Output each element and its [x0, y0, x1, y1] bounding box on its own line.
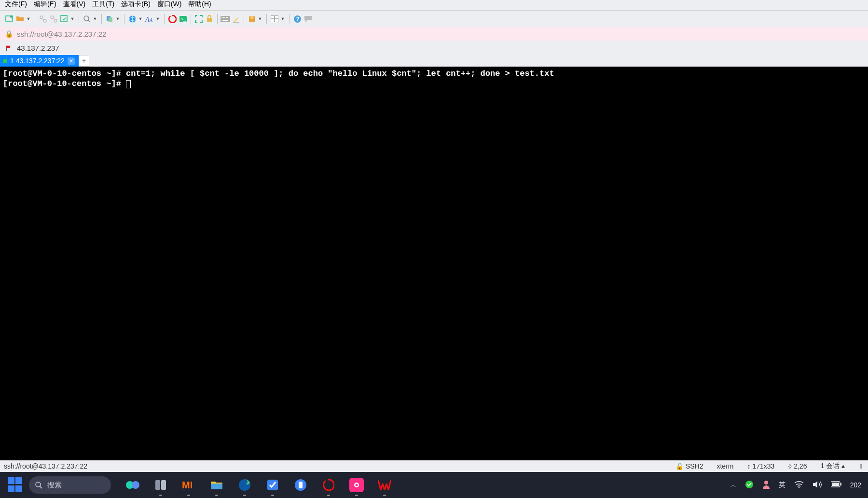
globe-dropdown[interactable]: ▼: [138, 16, 143, 21]
status-protocol: 🔒SSH2: [675, 462, 703, 470]
layout-dropdown[interactable]: ▼: [280, 16, 285, 21]
menu-edit[interactable]: 编辑(E): [34, 0, 56, 9]
toolbar-separator: [244, 14, 244, 24]
status-upload-icon[interactable]: ⬆: [858, 462, 864, 470]
menu-tools[interactable]: 工具(T): [92, 0, 114, 9]
terminal-green-icon[interactable]: >_: [178, 14, 188, 24]
new-session-icon[interactable]: [5, 14, 14, 24]
font-icon[interactable]: AA: [145, 14, 154, 24]
connection-bar: 43.137.2.237: [0, 41, 868, 55]
search-icon: [35, 481, 42, 489]
search-icon[interactable]: [82, 14, 92, 24]
taskbar-edge-icon[interactable]: [237, 478, 252, 492]
svg-point-7: [54, 19, 57, 22]
taskbar-search[interactable]: 搜索: [29, 476, 111, 494]
copy-icon[interactable]: [105, 14, 114, 24]
search-dropdown[interactable]: ▼: [93, 16, 97, 21]
toolbar-separator: [35, 14, 35, 24]
tray-overflow-icon[interactable]: ︿: [730, 481, 736, 489]
open-folder-dropdown[interactable]: ▼: [26, 16, 31, 21]
menu-file[interactable]: 文件(F): [5, 0, 27, 9]
bookmark-icon[interactable]: [247, 14, 257, 24]
status-address: ssh://root@43.137.2.237:22: [4, 462, 675, 470]
reconnect-all-icon[interactable]: [59, 14, 69, 24]
menu-bar: 文件(F) 编辑(E) 查看(V) 工具(T) 选项卡(B) 窗口(W) 帮助(…: [0, 0, 868, 11]
tray-user-icon[interactable]: [762, 480, 770, 490]
taskbar-widget-icon[interactable]: [125, 478, 140, 492]
tray-ime[interactable]: 英: [779, 481, 785, 489]
new-tab-button[interactable]: ＋: [79, 55, 89, 67]
svg-text:?: ?: [296, 16, 299, 23]
svg-rect-22: [221, 17, 222, 18]
taskbar-wps-icon[interactable]: [377, 478, 392, 492]
connection-host[interactable]: 43.137.2.237: [17, 44, 59, 52]
menu-help[interactable]: 帮助(H): [188, 0, 211, 9]
toolbar: ▼ ▼ ▼ ▼ ▼ AA ▼ >_: [0, 11, 868, 27]
svg-rect-20: [207, 18, 212, 22]
menu-window[interactable]: 窗口(W): [157, 0, 182, 9]
svg-rect-12: [109, 17, 112, 22]
session-tab[interactable]: 1 43.137.2.237:22 ✕: [0, 55, 79, 67]
font-dropdown[interactable]: ▼: [155, 16, 160, 21]
terminal[interactable]: [root@VM-0-10-centos ~]# cnt=1; while [ …: [0, 67, 868, 460]
spiral-red-icon[interactable]: [167, 14, 177, 24]
svg-rect-43: [161, 480, 166, 490]
open-folder-icon[interactable]: [15, 14, 25, 24]
tray-security-icon[interactable]: [745, 480, 754, 490]
svg-rect-27: [222, 20, 228, 21]
menu-tabs[interactable]: 选项卡(B): [121, 0, 151, 9]
reconnect-icon[interactable]: [38, 14, 48, 24]
keyboard-icon[interactable]: [220, 14, 230, 24]
taskbar-phone-icon[interactable]: [293, 478, 308, 492]
tray-wifi-icon[interactable]: [794, 481, 804, 490]
svg-point-53: [764, 481, 768, 484]
svg-line-5: [42, 18, 44, 20]
toolbar-separator: [266, 14, 267, 24]
taskbar-todo-icon[interactable]: [265, 478, 280, 492]
taskbar-apps: MI: [125, 478, 392, 492]
fullscreen-icon[interactable]: [194, 14, 204, 24]
tab-close-button[interactable]: ✕: [68, 57, 75, 65]
globe-icon[interactable]: [127, 14, 137, 24]
svg-line-10: [88, 20, 90, 22]
tab-label: 1 43.137.2.237:22: [10, 57, 65, 65]
taskbar-xshell-icon[interactable]: [321, 478, 336, 492]
copy-dropdown[interactable]: ▼: [115, 16, 120, 21]
layout-icon[interactable]: [270, 14, 279, 24]
taskbar-task-view-icon[interactable]: [153, 478, 168, 492]
svg-rect-56: [832, 483, 839, 486]
status-term-type: xterm: [716, 462, 733, 470]
system-tray: ︿ 英 202: [730, 480, 868, 490]
taskbar-capture-icon[interactable]: [349, 478, 364, 492]
chat-icon[interactable]: [303, 14, 313, 24]
svg-rect-25: [226, 17, 227, 18]
start-button[interactable]: [8, 477, 23, 493]
svg-rect-26: [227, 17, 228, 18]
reconnect-dropdown[interactable]: ▼: [70, 16, 75, 21]
toolbar-separator: [79, 14, 79, 24]
svg-text:>_: >_: [181, 17, 186, 22]
bookmark-dropdown[interactable]: ▼: [258, 16, 262, 21]
taskbar-mi-icon[interactable]: MI: [181, 478, 196, 492]
taskbar-explorer-icon[interactable]: [209, 478, 224, 492]
svg-rect-8: [61, 15, 67, 22]
toolbar-separator: [101, 14, 102, 24]
svg-text:A: A: [149, 17, 153, 23]
help-icon[interactable]: ?: [292, 14, 302, 24]
address-bar[interactable]: 🔒 ssh://root@43.137.2.237:22: [0, 27, 868, 41]
lock-icon[interactable]: [205, 14, 214, 24]
status-cursor-pos: ⎀ 2,26: [788, 462, 807, 470]
svg-point-38: [36, 482, 41, 487]
tray-battery-icon[interactable]: [831, 481, 841, 489]
highlight-icon[interactable]: [231, 14, 241, 24]
disconnect-icon[interactable]: [49, 14, 58, 24]
tray-volume-icon[interactable]: [813, 481, 822, 490]
tab-bar: 1 43.137.2.237:22 ✕ ＋: [0, 55, 868, 67]
tray-clock[interactable]: 202: [850, 482, 861, 488]
toolbar-separator: [217, 14, 218, 24]
menu-view[interactable]: 查看(V): [63, 0, 86, 9]
svg-point-46: [239, 479, 250, 491]
svg-rect-35: [275, 19, 278, 22]
status-sessions[interactable]: 1 会话 ▴: [820, 462, 845, 470]
svg-rect-57: [840, 483, 841, 485]
